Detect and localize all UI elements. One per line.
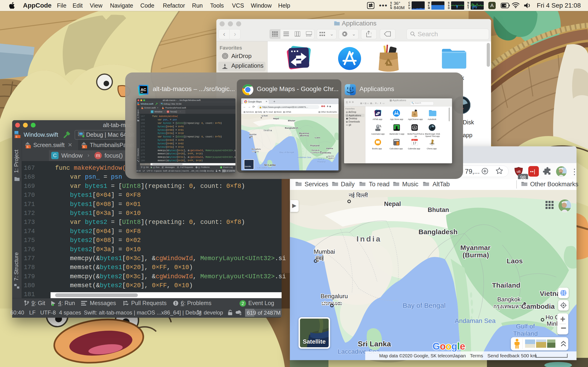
svg-text:G: G — [432, 341, 440, 352]
svg-text:Thailand: Thailand — [513, 330, 538, 337]
svg-text:Nepal: Nepal — [384, 200, 401, 207]
svg-text:Bangkok: Bangkok — [497, 296, 521, 303]
svg-text:S: S — [16, 135, 17, 138]
svg-text:(Burma): (Burma) — [463, 251, 489, 259]
svg-text:S: S — [142, 108, 142, 109]
svg-text:Sri Lanka: Sri Lanka — [358, 340, 391, 348]
svg-text:S: S — [138, 104, 138, 105]
svg-text:Bhutan: Bhutan — [428, 206, 449, 213]
svg-text:AC: AC — [141, 88, 146, 92]
svg-text:17: 17 — [413, 141, 416, 145]
svg-text:S: S — [27, 145, 28, 148]
svg-text:o: o — [446, 341, 451, 352]
svg-text:Thailand: Thailand — [492, 282, 520, 289]
svg-text:l: l — [457, 341, 460, 352]
svg-text:S: S — [83, 145, 85, 148]
svg-text:Andaman Sea: Andaman Sea — [455, 317, 496, 324]
svg-text:o: o — [440, 341, 446, 352]
svg-text:नई दिल्ली: नई दिल्ली — [348, 192, 368, 198]
svg-text:S: S — [162, 108, 163, 109]
svg-text:Cambodia: Cambodia — [521, 302, 555, 310]
svg-text:Bangladesh: Bangladesh — [418, 228, 458, 236]
svg-text:Myanmar: Myanmar — [460, 244, 491, 251]
svg-text:Mumbai: Mumbai — [314, 248, 335, 255]
svg-text:India: India — [356, 234, 381, 243]
svg-text:Laos: Laos — [507, 257, 523, 265]
svg-text:e: e — [460, 341, 465, 352]
svg-text:uB: uB — [517, 170, 520, 173]
svg-text:JUL: JUL — [413, 140, 415, 141]
svg-text:Gulf of: Gulf of — [516, 323, 535, 330]
svg-text:ಬೆಂಗಳೂರು: ಬೆಂಗಳೂರು — [321, 300, 342, 306]
svg-text:Vietna: Vietna — [540, 290, 561, 297]
svg-text:g: g — [451, 341, 457, 352]
svg-text:Bengaluru: Bengaluru — [321, 293, 348, 300]
svg-text:Bay of Bengal: Bay of Bengal — [403, 302, 446, 309]
